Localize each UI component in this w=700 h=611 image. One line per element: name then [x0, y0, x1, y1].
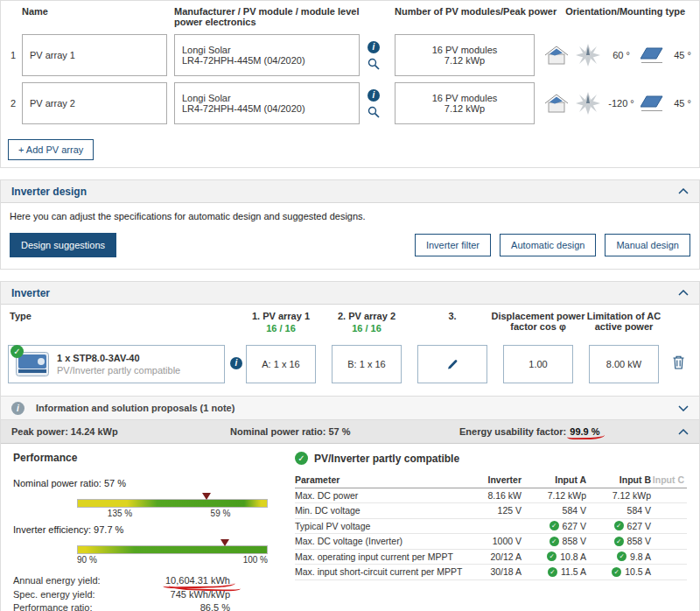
tick-label: 135 %: [108, 509, 132, 518]
peak-power: 7.12 kWp: [444, 55, 485, 66]
inverter-design-header[interactable]: Inverter design: [1, 180, 699, 203]
performance-title: Performance: [13, 452, 284, 464]
collapse-chevron-icon[interactable]: [678, 188, 689, 194]
inverter-type-text: 1 x STP8.0-3AV-40 PV/Inverter partly com…: [57, 353, 180, 376]
pv-array-name: PV array 1: [30, 50, 159, 60]
module-info-icon[interactable]: i: [368, 89, 380, 102]
col-header-input-a: Input A: [524, 473, 589, 488]
efficiency-gauge: [77, 545, 268, 554]
stat-row: Annual energy yield: 10,604.31 kWh: [13, 574, 284, 588]
inverter-section: Inverter Type 1. PV array 1 16 / 16 2. P…: [0, 281, 700, 611]
roof-icon[interactable]: [543, 93, 570, 114]
efficiency-ticks: 90 % 100 %: [77, 554, 268, 565]
inverter-device-icon: ✓: [16, 352, 49, 376]
compass-icon[interactable]: [574, 92, 602, 115]
col-header-array2: 2. PV array 2 16 / 16: [318, 311, 415, 334]
module-search-icon[interactable]: [368, 106, 380, 118]
ok-check-icon: ✓: [550, 537, 559, 546]
col-header-module: Manufacturer / PV module / module level …: [174, 6, 360, 27]
compass-icon[interactable]: [574, 44, 602, 67]
inverter-type-field[interactable]: ✓ 1 x STP8.0-3AV-40 PV/Inverter partly c…: [8, 345, 225, 383]
spacer: [8, 6, 18, 27]
value-text: 11.5 A: [561, 566, 586, 577]
stat-value: 10,604.31 kWh: [165, 575, 230, 586]
tilt-panel-icon[interactable]: [640, 94, 663, 113]
info-bar-text: Information and solution proposals (1 no…: [36, 403, 234, 413]
array1-count: 16 / 16: [233, 323, 329, 334]
orientation-cluster: -120 ° 45 °: [543, 82, 697, 124]
input-a-value: ✓858 V: [524, 534, 589, 550]
tilt-value[interactable]: 45 °: [668, 50, 697, 60]
value-text: 627 V: [627, 521, 651, 531]
pv-array-section: Name Manufacturer / PV module / module l…: [0, 0, 700, 168]
value-text: 10.8 A: [560, 551, 586, 562]
tick-label: 100 %: [243, 555, 268, 565]
col-header-parameter: Parameter: [295, 473, 466, 488]
param-name: Max. input short-circuit current per MPP…: [295, 565, 466, 580]
edit-config-button[interactable]: [417, 345, 487, 383]
input-a-field[interactable]: A: 1 x 16: [246, 345, 316, 383]
pv-array-name-field[interactable]: PV array 2: [22, 82, 167, 124]
stat-label: Spec. energy yield:: [13, 588, 157, 602]
section-title: Inverter: [11, 287, 50, 299]
compatibility-header: ✓ PV/Inverter partly compatible: [295, 452, 692, 465]
tilt-panel-icon[interactable]: [640, 46, 663, 65]
module-search-icon[interactable]: [368, 58, 380, 70]
inverter-value: 125 V: [466, 503, 524, 519]
value-text: 627 V: [563, 521, 586, 531]
automatic-design-button[interactable]: Automatic design: [500, 234, 596, 256]
delete-inverter-button[interactable]: [673, 355, 684, 369]
manual-design-button[interactable]: Manual design: [605, 234, 690, 256]
row-index: 2: [8, 82, 18, 124]
design-button-group: Inverter filter Automatic design Manual …: [415, 234, 690, 256]
summary-bar: Peak power: 14.24 kWp Nominal power rati…: [1, 420, 699, 444]
value-text: 858 V: [563, 536, 586, 546]
param-name: Min. DC voltage: [295, 503, 466, 519]
param-name: Max. DC voltage (Inverter): [295, 534, 466, 550]
input-b-field[interactable]: B: 1 x 16: [332, 345, 402, 383]
gauge-marker-icon: [220, 539, 229, 546]
collapse-chevron-icon[interactable]: [678, 290, 689, 296]
information-bar[interactable]: i Information and solution proposals (1 …: [1, 396, 699, 420]
pv-array-name-field[interactable]: PV array 1: [22, 34, 167, 76]
input-a-value: 584 V: [524, 503, 589, 519]
module-info-icon[interactable]: i: [368, 41, 380, 53]
cos-phi-field[interactable]: 1.00: [503, 345, 573, 383]
col-header-inverter: Inverter: [466, 473, 524, 488]
add-pv-array-button[interactable]: + Add PV array: [8, 139, 94, 160]
module-type: LR4-72HPH-445M (04/2020): [182, 103, 352, 114]
inverter-filter-button[interactable]: Inverter filter: [415, 234, 491, 256]
roof-icon[interactable]: [543, 45, 570, 66]
inverter-header[interactable]: Inverter: [1, 282, 699, 305]
ac-limit-field[interactable]: 8.00 kW: [589, 345, 659, 383]
nominal-ratio-ticks: 135 % 59 %: [77, 508, 268, 519]
azimuth-value[interactable]: -120 °: [606, 98, 636, 109]
expand-chevron-icon[interactable]: [678, 405, 689, 411]
design-suggestions-button[interactable]: Design suggestions: [10, 233, 116, 257]
col-header-input-c: Input C: [654, 473, 687, 488]
inverter-design-section: Inverter design Here you can adjust the …: [0, 179, 700, 270]
inverter-value: [466, 519, 524, 535]
col-header-name: Name: [22, 6, 167, 27]
ok-check-icon: ✓: [547, 551, 556, 561]
pv-count-field[interactable]: 16 PV modules 7.12 kWp: [395, 34, 535, 76]
design-buttons: Design suggestions Inverter filter Autom…: [10, 233, 690, 257]
col-header-ac-limit: Limitation of AC active power: [576, 311, 672, 332]
pv-module-field[interactable]: Longi Solar LR4-72HPH-445M (04/2020): [174, 34, 360, 76]
pv-count-field[interactable]: 16 PV modules 7.12 kWp: [395, 82, 535, 124]
tick-label: 59 %: [211, 509, 231, 518]
array2-count: 16 / 16: [318, 323, 415, 334]
ok-check-icon: ✓: [548, 567, 557, 577]
performance-panel: Performance Nominal power ratio: 57 % 13…: [1, 444, 284, 611]
col-header-cos-phi: Displacement power factor cos φ: [490, 311, 586, 332]
inverter-design-body: Here you can adjust the specifications f…: [1, 203, 699, 269]
pv-array-name: PV array 2: [30, 98, 159, 109]
orientation-cluster: 60 ° 45 °: [543, 34, 697, 76]
inverter-info-icon[interactable]: i: [230, 357, 242, 369]
tilt-value[interactable]: 45 °: [668, 98, 697, 109]
nominal-ratio-gauge: [77, 499, 268, 508]
azimuth-value[interactable]: 60 °: [606, 50, 636, 60]
pv-module-field[interactable]: Longi Solar LR4-72HPH-445M (04/2020): [174, 82, 360, 124]
collapse-chevron-icon[interactable]: [678, 429, 689, 435]
compatibility-table: Parameter Inverter Input A Input B Input…: [295, 473, 692, 580]
